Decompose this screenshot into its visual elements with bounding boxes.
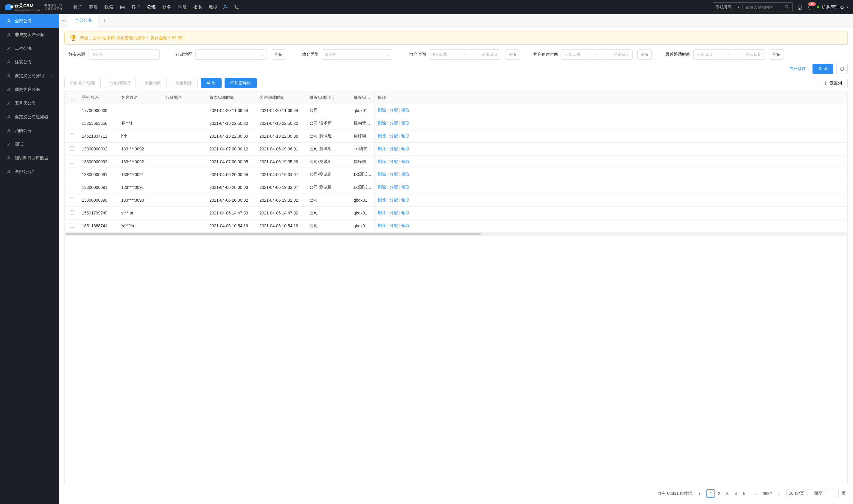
pager-prev-button[interactable]: ‹ <box>695 489 704 498</box>
region-null-button[interactable]: 空值 <box>272 50 286 59</box>
phone-icon[interactable] <box>234 4 240 10</box>
op-claim[interactable]: 领取 <box>401 159 410 164</box>
nav-item-3[interactable]: IM <box>120 4 125 10</box>
query-button[interactable]: 查 询 <box>813 64 833 74</box>
op-assign[interactable]: 分配 <box>389 108 398 113</box>
nav-item-2[interactable]: 线索 <box>105 4 113 10</box>
sidebar-item-11[interactable]: 全部公海2 <box>0 165 59 179</box>
nav-item-8[interactable]: 报名 <box>193 4 202 10</box>
batch-claim-button[interactable]: 批量领取 <box>139 78 167 88</box>
sidebar-item-8[interactable]: 消防公海 <box>0 124 59 138</box>
select-all-checkbox[interactable] <box>70 95 74 100</box>
tab-add-button[interactable]: ＋ <box>98 17 110 24</box>
op-assign[interactable]: 分配 <box>389 210 398 215</box>
op-claim[interactable]: 领取 <box>401 223 410 228</box>
export-plain-button[interactable]: 不加密导出 <box>224 78 257 88</box>
op-delete[interactable]: 删除 <box>378 146 386 151</box>
nav-item-4[interactable]: 客户 <box>131 4 140 10</box>
row-checkbox[interactable] <box>70 197 74 202</box>
op-delete[interactable]: 删除 <box>378 108 386 113</box>
op-assign[interactable]: 分配 <box>389 172 398 177</box>
row-checkbox[interactable] <box>70 210 74 215</box>
op-assign[interactable]: 分配 <box>389 185 398 190</box>
op-delete[interactable]: 删除 <box>378 210 386 215</box>
op-claim[interactable]: 领取 <box>401 210 410 215</box>
sidebar-item-5[interactable]: 成交客户公海 <box>0 83 59 96</box>
op-delete[interactable]: 删除 <box>378 185 386 190</box>
row-checkbox[interactable] <box>70 133 74 138</box>
op-claim[interactable]: 领取 <box>401 172 410 177</box>
op-delete[interactable]: 删除 <box>378 172 386 177</box>
last-call-null-button[interactable]: 空值 <box>769 50 784 59</box>
page-number-1[interactable]: 1 <box>706 489 715 498</box>
batch-delete-button[interactable]: 批量删除 <box>170 78 198 88</box>
sidebar-item-3[interactable]: 注安公海 <box>0 55 59 69</box>
row-checkbox[interactable] <box>70 223 74 228</box>
abandon-type-select[interactable]: 请选择⌄ <box>322 50 393 59</box>
op-assign[interactable]: 分配 <box>389 223 398 228</box>
row-checkbox[interactable] <box>70 159 74 164</box>
page-size-select[interactable]: 10 条/页 ⌄ <box>786 489 811 498</box>
row-checkbox[interactable] <box>70 108 74 112</box>
sidebar-item-1[interactable]: 非成交客户公海 <box>0 28 59 42</box>
op-claim[interactable]: 领取 <box>401 108 410 113</box>
nav-item-5[interactable]: 公海 <box>147 4 156 10</box>
pager-ellipsis[interactable]: … <box>751 489 760 498</box>
op-assign[interactable]: 分配 <box>389 146 398 151</box>
add-user-icon[interactable] <box>222 4 229 10</box>
op-claim[interactable]: 领取 <box>401 121 410 125</box>
bell-icon[interactable]: 99+ <box>807 4 813 10</box>
op-claim[interactable]: 领取 <box>401 133 410 138</box>
op-assign[interactable]: 分配 <box>389 197 398 202</box>
region-select[interactable]: ⌄ <box>195 50 267 59</box>
page-number-5[interactable]: 5 <box>740 489 748 498</box>
op-assign[interactable]: 分配 <box>389 121 398 125</box>
create-time-range[interactable]: 开始日期~结束日期 <box>561 50 633 59</box>
row-checkbox[interactable] <box>70 146 74 151</box>
nav-item-6[interactable]: 财务 <box>162 4 171 10</box>
page-number-2[interactable]: 2 <box>715 489 723 498</box>
row-checkbox[interactable] <box>70 121 74 125</box>
op-claim[interactable]: 领取 <box>401 146 410 151</box>
row-checkbox[interactable] <box>70 185 74 189</box>
nav-item-1[interactable]: 客服 <box>89 4 98 10</box>
sidebar-item-0[interactable]: 全部公海 <box>0 14 59 28</box>
nav-item-0[interactable]: 推广 <box>74 4 83 10</box>
sidebar-item-7[interactable]: 自定义公海过滤器 <box>0 110 59 124</box>
friend-src-select[interactable]: 请选择⌄ <box>88 50 160 59</box>
set-columns-button[interactable]: 设置列 <box>818 78 848 88</box>
assign-manager-button[interactable]: 分配客户经理 <box>64 78 101 88</box>
page-number-3[interactable]: 3 <box>723 489 731 498</box>
op-claim[interactable]: 领取 <box>401 185 410 190</box>
sidebar-item-10[interactable]: 测试昨日回库数据 <box>0 151 59 165</box>
pager-last[interactable]: 6882 <box>762 489 772 498</box>
assign-dept-button[interactable]: 分配到部门 <box>104 78 136 88</box>
search-type-select[interactable]: 手机号码 ▾ <box>713 4 743 10</box>
op-delete[interactable]: 删除 <box>378 121 386 125</box>
expand-filters-button[interactable]: 展开条件 ⌄ <box>789 66 810 71</box>
search-icon[interactable] <box>781 5 792 10</box>
abandon-time-null-button[interactable]: 空值 <box>505 50 520 59</box>
device-icon[interactable] <box>797 4 803 10</box>
nav-item-9[interactable]: 数据 <box>209 4 218 10</box>
pager-next-button[interactable]: › <box>775 489 783 498</box>
op-delete[interactable]: 删除 <box>378 223 386 228</box>
tabs-collapse-icon[interactable]: ☰ <box>59 18 69 23</box>
pager-jump-input[interactable] <box>825 489 839 498</box>
abandon-time-range[interactable]: 开始日期~结束日期 <box>429 50 501 59</box>
op-delete[interactable]: 删除 <box>378 133 386 138</box>
user-menu[interactable]: 机构管理员 ▾ <box>817 4 848 10</box>
create-time-null-button[interactable]: 空值 <box>637 50 652 59</box>
op-delete[interactable]: 删除 <box>378 197 386 202</box>
sidebar-item-4[interactable]: 自定义公海分组⌄ <box>0 69 59 83</box>
nav-item-7[interactable]: 学服 <box>178 4 187 10</box>
export-button[interactable]: 导 出 <box>201 78 222 88</box>
op-assign[interactable]: 分配 <box>389 133 398 138</box>
page-number-4[interactable]: 4 <box>731 489 740 498</box>
sidebar-item-2[interactable]: 二咨公海 <box>0 42 59 55</box>
op-assign[interactable]: 分配 <box>389 159 398 164</box>
op-delete[interactable]: 删除 <box>378 159 386 164</box>
last-call-range[interactable]: 开始日期~结束日期 <box>693 50 765 59</box>
op-claim[interactable]: 领取 <box>401 197 410 202</box>
reset-button[interactable] <box>836 64 848 74</box>
